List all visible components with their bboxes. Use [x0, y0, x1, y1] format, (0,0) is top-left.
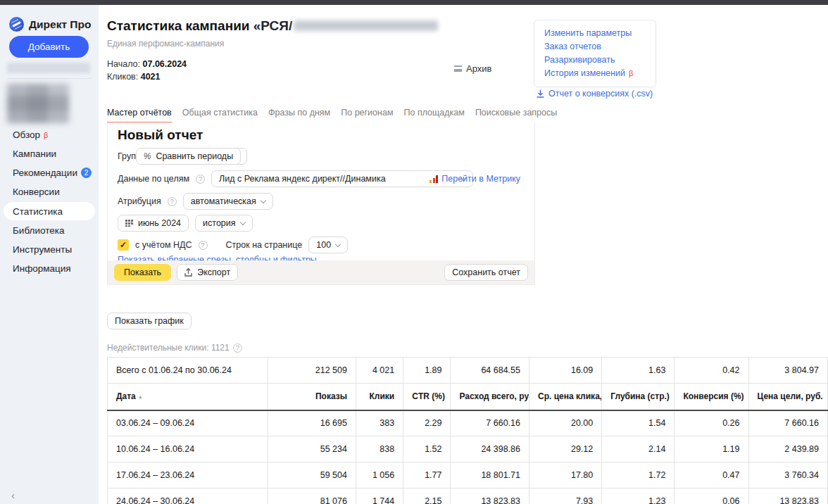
sidebar-item-conversions[interactable]: Конверсии — [0, 182, 99, 201]
sort-asc-icon: ▲ — [138, 394, 143, 399]
campaign-actions-panel: Изменить параметры Заказ отчетов Разархи… — [534, 20, 656, 87]
column-header-depth[interactable]: Глубина (стр.) — [602, 384, 675, 410]
column-header-date[interactable]: Дата▲ — [108, 384, 268, 410]
sidebar-item-tools[interactable]: Инструменты — [0, 240, 99, 259]
archive-status: Архив — [454, 63, 491, 74]
attribution-label: Атрибуция — [118, 196, 161, 206]
date-range: 03.06.24 – 09.06.24 — [108, 410, 268, 436]
rows-per-page-label: Строк на странице — [226, 240, 303, 250]
sidebar-item-information[interactable]: Информация — [0, 259, 99, 278]
recommendations-count-badge: 2 — [81, 168, 92, 178]
edit-parameters-link[interactable]: Изменить параметры — [544, 27, 646, 40]
order-reports-link[interactable]: Заказ отчетов — [544, 40, 646, 53]
help-icon[interactable]: ? — [168, 197, 177, 206]
help-icon[interactable]: ? — [199, 241, 208, 250]
sidebar-item-library[interactable]: Библиотека — [0, 221, 99, 240]
column-header-total-cost[interactable]: Расход всего, руб. — [451, 384, 529, 410]
archive-icon — [454, 65, 462, 72]
show-report-button[interactable]: Показать — [114, 264, 171, 281]
tab-by-placements[interactable]: По площадкам — [403, 108, 464, 123]
statistics-tabs: Мастер отчётов Общая статистика Фразы по… — [107, 108, 557, 123]
column-header-avg-cpc[interactable]: Ср. цена клика, руб. — [529, 384, 602, 410]
calendar-icon — [125, 220, 133, 227]
date-range: 10.06.24 – 16.06.24 — [108, 436, 268, 462]
chevron-down-icon — [239, 219, 245, 225]
column-header-clicks[interactable]: Клики — [356, 384, 403, 410]
attribution-select[interactable]: автоматическая — [183, 193, 273, 210]
vat-checkbox[interactable]: ✓ — [118, 239, 129, 251]
table-row: 24.06.24 – 30.06.24 81 076 1 744 2.15 13… — [108, 489, 828, 504]
column-header-goal-cost[interactable]: Цена цели, руб. — [748, 384, 828, 410]
tab-general-statistics[interactable]: Общая статистика — [182, 108, 258, 123]
sidebar: Директ Про Добавить Обзор β Кампании Рек… — [0, 5, 99, 504]
help-icon[interactable]: ? — [196, 175, 205, 184]
go-to-metrika-link[interactable]: Перейти в Метрику — [429, 174, 520, 184]
goals-data-label: Данные по целям — [118, 174, 189, 184]
tab-phrases-by-day[interactable]: Фразы по дням — [268, 108, 330, 123]
sidebar-item-recommendations[interactable]: Рекомендации 2 — [0, 163, 99, 182]
beta-badge: β — [44, 131, 48, 139]
sidebar-divider — [7, 78, 92, 79]
direct-pro-logo-icon — [9, 17, 24, 32]
column-header-conversion[interactable]: Конверсия (%) — [675, 384, 748, 410]
sidebar-nav: Обзор β Кампании Рекомендации 2 Конверси… — [0, 125, 99, 278]
tab-search-queries[interactable]: Поисковые запросы — [475, 108, 557, 123]
history-select[interactable]: история — [195, 215, 252, 232]
statistics-table: Всего с 01.06.24 по 30.06.24 212 509 4 0… — [107, 357, 828, 504]
redacted-account-strip — [7, 63, 90, 73]
date-range: 17.06.24 – 23.06.24 — [108, 462, 268, 489]
tab-by-regions[interactable]: По регионам — [341, 108, 393, 123]
table-row: 03.06.24 – 09.06.24 16 695 383 2.29 7 66… — [108, 410, 828, 436]
app-logo-label: Директ Про — [29, 18, 91, 31]
chevron-down-icon — [335, 241, 341, 246]
collapse-sidebar-icon[interactable]: ‹ — [11, 489, 15, 501]
help-icon[interactable]: ? — [233, 344, 242, 353]
table-row: 17.06.24 – 23.06.24 59 504 1 056 1.77 18… — [108, 462, 828, 489]
period-button[interactable]: июнь 2024 — [118, 215, 189, 232]
sidebar-item-statistics[interactable]: Статистика — [4, 202, 95, 220]
table-row: 10.06.24 – 16.06.24 55 234 838 1.52 24 3… — [108, 436, 828, 462]
sidebar-item-overview[interactable]: Обзор β — [0, 125, 99, 144]
campaign-name: «РСЯ/ — [253, 18, 292, 33]
invalid-clicks-note: Недействительные клики: 1121 ? — [107, 343, 242, 353]
start-date-value: 07.06.2024 — [143, 59, 187, 69]
campaign-meta: Начало: 07.06.2024 Кликов: 4021 — [107, 58, 187, 83]
redacted-campaign-name — [294, 20, 438, 31]
new-report-title: Новый отчет — [118, 127, 203, 143]
change-history-link[interactable]: История измененийβ — [544, 67, 646, 80]
compare-periods-button[interactable]: % Сравнить периоды — [136, 148, 241, 165]
redacted-thumbnail — [7, 84, 69, 123]
page-title: Статистика кампании «РСЯ/ — [107, 18, 439, 34]
date-range: 24.06.24 – 30.06.24 — [108, 489, 268, 504]
conversions-report-csv-link[interactable]: Отчет о конверсиях (.csv) — [537, 89, 653, 99]
sidebar-item-campaigns[interactable]: Кампании — [0, 144, 99, 163]
direct-pro-statistics-page: Директ Про Добавить Обзор β Кампании Рек… — [0, 0, 828, 504]
app-logo[interactable]: Директ Про — [9, 17, 91, 32]
metrika-bars-icon — [429, 175, 438, 183]
save-report-button[interactable]: Сохранить отчет — [444, 264, 528, 281]
campaign-type-subtitle: Единая перфоманс-кампания — [107, 39, 224, 49]
new-report-card: Новый отчет Группировка по неделям % Сра… — [107, 122, 535, 285]
add-button[interactable]: Добавить — [9, 36, 89, 58]
summary-label: Всего с 01.06.24 по 30.06.24 — [108, 358, 268, 384]
tab-report-wizard[interactable]: Мастер отчётов — [107, 108, 172, 123]
top-window-bar — [0, 0, 828, 5]
show-graph-button[interactable]: Показать график — [107, 313, 192, 329]
clicks-value: 4021 — [141, 72, 161, 82]
column-header-impressions[interactable]: Показы — [268, 384, 356, 410]
chevron-down-icon — [261, 197, 266, 203]
column-header-ctr[interactable]: CTR (%) — [403, 384, 451, 410]
rows-per-page-select[interactable]: 100 — [308, 237, 348, 253]
summary-row: Всего с 01.06.24 по 30.06.24 212 509 4 0… — [108, 358, 828, 384]
download-icon — [537, 89, 544, 98]
export-button[interactable]: Экспорт — [177, 264, 238, 281]
export-icon — [184, 268, 192, 277]
percent-icon: % — [144, 151, 151, 161]
beta-badge: β — [629, 69, 633, 77]
unarchive-link[interactable]: Разархивировать — [544, 53, 646, 67]
vat-label: с учётом НДС — [135, 240, 192, 250]
report-form-footer: Показать Экспорт Сохранить отчет — [108, 260, 534, 284]
table-header-row: Дата▲ Показы Клики CTR (%) Расход всего,… — [108, 384, 828, 410]
